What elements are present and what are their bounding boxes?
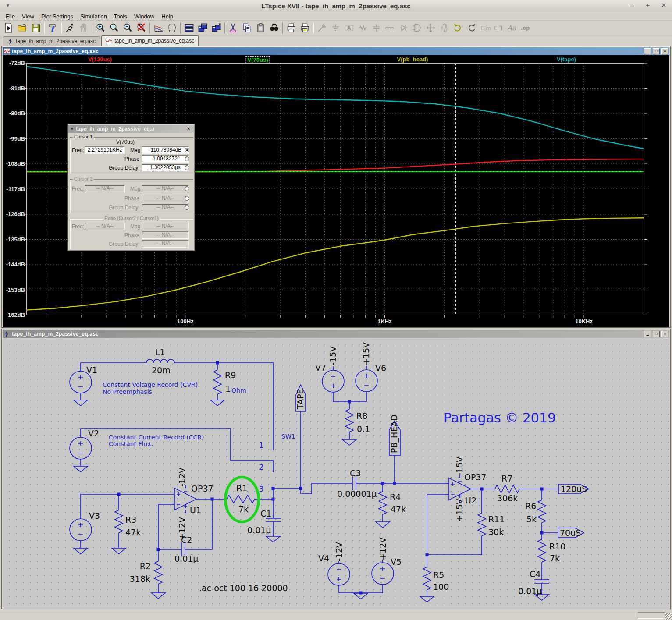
waveform-window-titlebar[interactable]: tape_ih_amp_m_2passive_eq.asc _ ❐ ✕ — [3, 47, 669, 55]
v2-ground-icon[interactable] — [74, 466, 88, 472]
menu-item-help[interactable]: Help — [158, 13, 176, 20]
find-icon[interactable] — [267, 22, 281, 34]
label-c1_val[interactable]: 0.01µ — [247, 525, 271, 535]
r5-ground-icon[interactable] — [420, 596, 434, 602]
plot-restore-button[interactable]: ❐ — [653, 48, 660, 54]
r5-resistor-icon[interactable] — [423, 567, 431, 590]
label-v7[interactable]: V7 — [315, 363, 326, 372]
cursor1-mag-field[interactable]: -110.78084dB — [142, 146, 189, 154]
r7-resistor-icon[interactable] — [495, 485, 519, 493]
label-c4[interactable]: C4 — [530, 569, 540, 579]
label-l1[interactable]: L1 — [155, 347, 165, 357]
r8-ground-icon[interactable] — [342, 439, 356, 445]
label-c1[interactable]: C1 — [260, 509, 271, 518]
label-r3_val[interactable]: 47k — [125, 528, 141, 537]
label-r5_val[interactable]: 100 — [433, 582, 449, 592]
label-v1[interactable]: V1 — [86, 365, 97, 375]
label-c3[interactable]: C3 — [350, 468, 361, 478]
menu-item-tools[interactable]: Tools — [111, 13, 130, 20]
new-file-icon[interactable] — [2, 22, 15, 34]
tab-2-active[interactable]: tape_ih_amp_m_2passive_eq.asc — [101, 35, 199, 46]
v7-source-icon[interactable] — [322, 370, 344, 392]
tile-vertical-icon[interactable] — [210, 22, 223, 34]
v7-rail[interactable]: -15V — [328, 346, 338, 365]
c1-capacitor-icon[interactable] — [266, 518, 281, 522]
label-r6[interactable]: R6 — [525, 501, 536, 511]
label-r7_val[interactable]: 306k — [497, 493, 518, 503]
schematic-window-titlebar[interactable]: tape_ih_amp_m_2passive_eq.asc _ ❐ ✕ — [3, 330, 669, 338]
label-v5[interactable]: V5 — [391, 557, 402, 567]
v3-ground-icon[interactable] — [74, 548, 88, 554]
redo-icon[interactable] — [465, 22, 478, 34]
pb-head-flag-label[interactable]: PB_HEAD — [389, 415, 399, 453]
dialog-close-icon[interactable]: ✕ — [185, 126, 192, 132]
label-r9_val[interactable]: 1 — [225, 384, 231, 393]
r3-resistor-icon[interactable] — [115, 510, 123, 533]
label-r2_val[interactable]: 318k — [130, 574, 150, 584]
schematic-canvas[interactable]: V1L120mR91OhmConstant Voltage Record (CV… — [3, 338, 669, 609]
label-r2[interactable]: R2 — [140, 561, 151, 571]
label-v3[interactable]: V3 — [89, 511, 100, 521]
c1-ground-icon[interactable] — [266, 536, 280, 542]
u1-vminus-rail[interactable]: -12V — [177, 468, 187, 487]
label-u1_type[interactable]: OP37 — [191, 484, 213, 493]
v6-rail[interactable]: +15V — [361, 342, 371, 365]
label-r6_val[interactable]: 5k — [526, 514, 537, 524]
l1-inductor-icon[interactable] — [146, 359, 174, 363]
zoom-in-icon[interactable] — [94, 22, 107, 34]
label-node1[interactable]: 1 — [259, 440, 263, 450]
resize-grip-icon[interactable] — [665, 613, 672, 620]
flag-120us-label[interactable]: 120uS — [561, 484, 587, 494]
label-r9_unit[interactable]: Ohm — [231, 387, 246, 394]
trace-label-v120us[interactable]: V(120us) — [88, 56, 112, 63]
control-panel-icon[interactable] — [46, 22, 60, 34]
trace-label-vtape[interactable]: V(tape) — [557, 56, 576, 63]
r11-resistor-icon[interactable] — [478, 513, 486, 536]
cursor2-gd-radio[interactable] — [185, 205, 189, 210]
r2-resistor-icon[interactable] — [154, 561, 162, 584]
tile-horizontal-icon[interactable] — [182, 22, 196, 34]
v4-rail[interactable]: -12V — [334, 542, 344, 561]
zoom-out-icon[interactable] — [121, 22, 135, 34]
label-node3[interactable]: 3 — [259, 484, 263, 493]
menu-item-view[interactable]: View — [19, 13, 37, 20]
undo-icon[interactable] — [451, 22, 465, 34]
label-r8[interactable]: R8 — [356, 411, 367, 421]
label-r7[interactable]: R7 — [501, 474, 512, 483]
wire[interactable] — [427, 536, 482, 555]
run-icon[interactable] — [63, 22, 77, 34]
label-u2_type[interactable]: OP37 — [464, 472, 487, 482]
flag-70us-label[interactable]: 70uS — [560, 528, 581, 538]
label-r4[interactable]: R4 — [390, 492, 401, 502]
label-r10_val[interactable]: 7k — [550, 553, 560, 563]
label-r5[interactable]: R5 — [433, 570, 444, 580]
c3-capacitor-icon[interactable] — [352, 476, 356, 490]
cursor2-mag-radio[interactable] — [185, 186, 189, 191]
label-u1[interactable]: U1 — [190, 505, 201, 515]
label-c2_val[interactable]: 0.01µ — [174, 554, 198, 563]
v3-source-icon[interactable] — [70, 519, 92, 541]
tape-flag-label[interactable]: TAPE — [295, 389, 305, 410]
r2-ground-icon[interactable] — [151, 593, 165, 599]
r10-resistor-icon[interactable] — [538, 539, 546, 562]
c4-capacitor-icon[interactable] — [534, 580, 549, 583]
paste-icon[interactable] — [254, 22, 267, 34]
r8-resistor-icon[interactable] — [345, 409, 353, 432]
label-ccr_line1[interactable]: Constant Current Record (CCR) — [109, 434, 204, 441]
spice-directive-text[interactable]: .ac oct 100 16 20000 — [199, 583, 288, 593]
dialog-collapse-icon[interactable]: ▼ — [70, 127, 74, 131]
maximize-button[interactable]: + — [644, 1, 652, 9]
cursor-dialog[interactable]: ▼ tape_ih_amp_m_2passive_eq.a ✕ Cursor 1… — [67, 124, 195, 251]
r6-resistor-icon[interactable] — [538, 500, 546, 523]
zoom-full-icon[interactable] — [107, 22, 121, 34]
minimize-button[interactable]: ‒ — [628, 1, 636, 9]
menu-item-plot-settings[interactable]: Plot Settings — [38, 13, 76, 20]
label-r4_val[interactable]: 47k — [391, 504, 406, 514]
window-menu-icon[interactable]: ▼ — [4, 3, 12, 9]
cursor2-phase-radio[interactable] — [185, 196, 189, 201]
label-r10[interactable]: R10 — [549, 542, 565, 551]
v1-ground-icon[interactable] — [74, 400, 88, 406]
cascade-windows-icon[interactable] — [196, 22, 210, 34]
plot-close-button[interactable]: ✕ — [661, 48, 668, 54]
v5-rail[interactable]: +12V — [378, 537, 388, 560]
